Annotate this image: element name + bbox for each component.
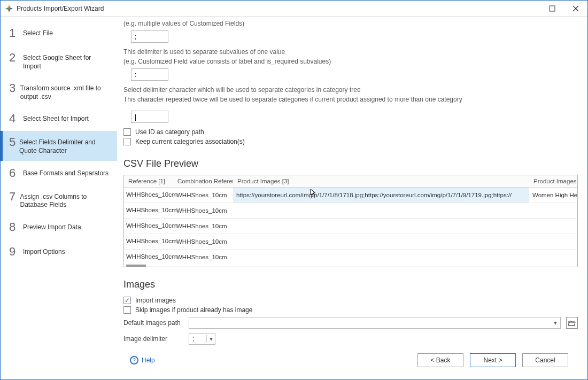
subvalue-delimiter-input[interactable] bbox=[131, 68, 168, 81]
step-select-delimiter[interactable]: 5 Select Fields Delimiter and Quote Char… bbox=[1, 131, 117, 160]
import-images-checkbox[interactable] bbox=[123, 297, 131, 304]
csv-preview-heading: CSV File Preview bbox=[123, 158, 578, 169]
next-button[interactable]: Next > bbox=[470, 353, 516, 367]
maximize-button[interactable] bbox=[540, 1, 564, 16]
wizard-steps-sidebar: 1 Select File 2 Select Google Sheet for … bbox=[1, 17, 117, 379]
step-base-formats[interactable]: 6 Base Formats and Separators bbox=[1, 161, 117, 185]
table-row[interactable]: WHHShoes_10cm WHHShoes_10cm bbox=[124, 250, 577, 265]
horizontal-scrollbar[interactable] bbox=[126, 265, 175, 267]
keep-categories-label: Keep current categories association(s) bbox=[135, 138, 245, 145]
default-images-path-label: Default images path bbox=[123, 319, 183, 327]
category-help-2: This character repeated twice will be us… bbox=[123, 95, 578, 104]
chevron-down-icon[interactable]: ▾ bbox=[551, 317, 560, 328]
col-product-images-3[interactable]: Product Images [3] bbox=[233, 175, 529, 187]
table-header: Reference [1] Combination Referen Produc… bbox=[124, 175, 577, 188]
category-help-1: Select delimiter character which will be… bbox=[123, 85, 578, 95]
use-id-label: Use ID as category path bbox=[135, 128, 204, 136]
help-icon: ? bbox=[130, 356, 138, 365]
skip-images-label: Skip images if product already has image bbox=[135, 306, 252, 314]
step-preview-import[interactable]: 8 Preview Import Data bbox=[1, 215, 117, 239]
csv-preview-table[interactable]: Reference [1] Combination Referen Produc… bbox=[123, 175, 578, 267]
use-id-as-category-path-checkbox[interactable] bbox=[123, 128, 131, 136]
multi-value-delimiter-input[interactable] bbox=[131, 30, 168, 43]
image-delimiter-label: Image delimiter bbox=[123, 335, 183, 343]
import-images-label: Import images bbox=[135, 297, 176, 304]
cancel-button[interactable]: Cancel bbox=[522, 353, 568, 367]
window-title: Products Import/Export Wizard bbox=[17, 5, 104, 12]
chevron-down-icon[interactable]: ▾ bbox=[206, 335, 215, 343]
folder-open-icon bbox=[568, 320, 576, 326]
svg-rect-0 bbox=[550, 6, 555, 11]
category-delimiter-input[interactable] bbox=[131, 111, 168, 123]
table-row[interactable]: WHHShoes_10cm WHHShoes_10cm bbox=[124, 234, 577, 250]
keep-categories-association-checkbox[interactable] bbox=[123, 138, 131, 145]
table-row[interactable]: WHHShoes_10cm WHHShoes_10cm bbox=[124, 219, 577, 234]
col-product-images[interactable]: Product Images bbox=[529, 175, 577, 187]
app-logo-icon bbox=[5, 4, 13, 13]
titlebar: Products Import/Export Wizard bbox=[1, 1, 587, 17]
images-heading: Images bbox=[123, 279, 578, 290]
wizard-footer: ? Help < Back Next > Cancel bbox=[123, 347, 578, 373]
skip-images-checkbox[interactable] bbox=[123, 306, 131, 314]
step-assign-columns[interactable]: 7 Assign .csv Columns to Database Fields bbox=[1, 185, 117, 215]
subvalue-help-1: This delimiter is used to separate subva… bbox=[123, 47, 578, 57]
subvalue-help-2: (e.g. Customized Field value consists of… bbox=[123, 57, 578, 66]
browse-folder-button[interactable] bbox=[566, 317, 578, 329]
help-link[interactable]: ? Help bbox=[130, 356, 155, 365]
step-transform-xml[interactable]: 3 Transform source .xml file to output .… bbox=[1, 77, 117, 106]
close-button[interactable] bbox=[564, 1, 587, 16]
eg-multi-values-text: (e.g. multiple values of Customized Fiel… bbox=[123, 19, 578, 28]
image-delimiter-combo[interactable]: ; ▾ bbox=[189, 333, 215, 345]
back-button[interactable]: < Back bbox=[417, 353, 463, 367]
default-images-path-input[interactable]: ▾ bbox=[189, 317, 561, 329]
main-panel: (e.g. multiple values of Customized Fiel… bbox=[117, 17, 587, 379]
wizard-window: Products Import/Export Wizard 1 Select F… bbox=[0, 0, 588, 380]
step-select-sheet[interactable]: 4 Select Sheet for Import bbox=[1, 106, 117, 131]
col-combination-reference[interactable]: Combination Referen bbox=[173, 175, 233, 187]
table-row[interactable]: WHHShoes_10cm WHHShoes_10cm https://your… bbox=[124, 188, 577, 203]
table-row[interactable]: WHHShoes_10cm WHHShoes_10cm bbox=[124, 203, 577, 219]
step-import-options[interactable]: 9 Import Options bbox=[1, 239, 117, 264]
step-select-file[interactable]: 1 Select File bbox=[1, 21, 117, 45]
col-reference[interactable]: Reference [1] bbox=[124, 175, 173, 187]
step-select-google-sheet[interactable]: 2 Select Google Sheet for Import bbox=[1, 45, 117, 77]
